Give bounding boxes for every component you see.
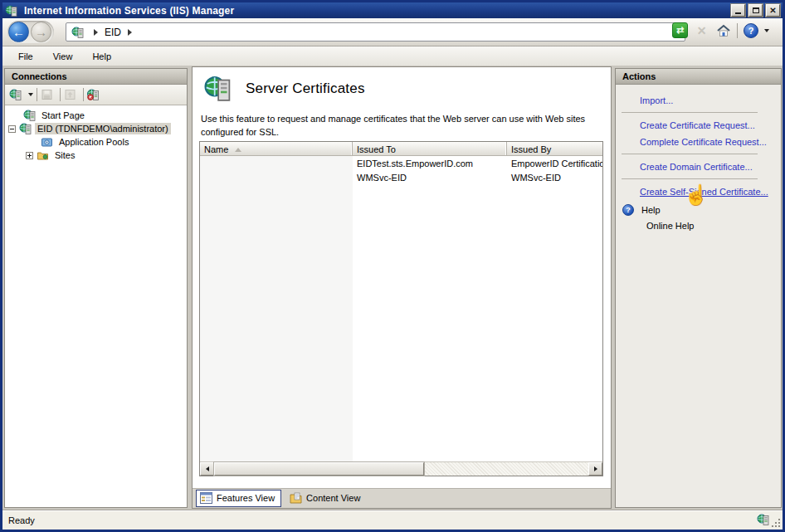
menu-file[interactable]: File [9,49,42,64]
tab-label: Features View [217,493,275,503]
home-icon[interactable] [715,22,731,38]
resize-grip[interactable] [771,518,782,529]
tree-item-label[interactable]: Application Pools [56,136,131,148]
column-header-issued-to[interactable]: Issued To [353,142,507,155]
tree-item-label[interactable]: Start Page [39,110,87,121]
actions-separator [622,178,758,179]
menu-view[interactable]: View [44,49,82,64]
nav-button-group: ← → [7,21,54,43]
minimize-button[interactable] [731,4,745,17]
scrollbar-track[interactable] [424,462,588,476]
certificates-list: Name Issued To Issued By [199,141,603,476]
iis-manager-window: Internet Information Services (IIS) Mana… [0,0,785,532]
status-text: Ready [8,515,35,525]
action-create-domain-certificate[interactable]: Create Domain Certificate... [640,162,776,172]
maximize-button[interactable] [748,4,763,17]
scroll-right-button[interactable] [588,462,602,476]
navigation-toolbar: ← → EID ⇄ ✕ ? [2,18,783,46]
tree-item-start-page[interactable]: Start Page [5,109,187,122]
body: Connections [2,66,783,510]
connect-dropdown-icon[interactable] [28,93,33,96]
list-header: Name Issued To Issued By [200,142,602,156]
column-label: Issued By [511,144,551,154]
refresh-icon[interactable]: ⇄ [672,22,688,38]
breadcrumb-chevron-icon[interactable] [94,29,98,36]
start-page-icon [23,110,36,121]
feature-header: Server Certificates [193,67,611,101]
forward-button: → [31,22,51,42]
tab-features-view[interactable]: Features View [196,490,281,507]
help-icon[interactable]: ? [744,23,758,38]
close-button[interactable]: ✕ [766,4,780,17]
back-button[interactable]: ← [8,22,29,42]
cell-issued-by: WMSvc-EID [507,173,602,183]
column-label: Issued To [357,144,396,154]
column-header-name[interactable]: Name [200,142,353,155]
tree-item-application-pools[interactable]: Application Pools [5,135,187,149]
toolbar-separator [60,88,61,101]
table-row[interactable]: WMSvc-EID WMSvc-EID [200,170,602,184]
tab-label: Content View [306,493,360,503]
connect-server-icon[interactable] [9,89,22,100]
up-icon [64,89,76,100]
table-row[interactable]: EIDTest.sts.EmpowerID.com EmpowerID Cert… [200,156,602,170]
tree-item-server[interactable]: EID (TDNFDEMO\administrator) [5,122,187,135]
collapse-icon[interactable] [8,125,16,133]
menu-help[interactable]: Help [83,49,120,64]
breadcrumb-bar[interactable]: EID [66,22,685,41]
list-rows: EIDTest.sts.EmpowerID.com EmpowerID Cert… [200,156,602,461]
actions-body: Import... Create Certificate Request... … [616,85,781,507]
tree-item-label[interactable]: Sites [52,149,77,161]
action-online-help[interactable]: Online Help [646,221,776,231]
feature-description: Use this feature to request and manage c… [193,101,607,139]
server-status-icon [757,514,769,525]
connections-header: Connections [5,69,187,85]
actions-separator [622,154,758,154]
action-import[interactable]: Import... [640,95,776,105]
connections-tree: Start Page EID (TDNFDEMO\administrator) … [5,105,187,507]
column-header-issued-by[interactable]: Issued By [507,142,602,155]
sort-ascending-icon [235,148,241,152]
help-row: ? Help [622,204,776,216]
features-view-icon [200,492,212,504]
server-icon [19,123,32,134]
cell-issued-to: EIDTest.sts.EmpowerID.com [353,159,507,168]
actions-separator [622,112,758,113]
view-tabs-bar: Features View Content View [193,488,611,508]
page-title: Server Certificates [246,81,365,97]
action-create-certificate-request[interactable]: Create Certificate Request... [640,120,776,130]
menubar: File View Help [2,46,783,66]
content-view-icon [290,492,302,504]
actions-panel: Actions Import... Create Certificate Req… [615,68,782,508]
titlebar: Internet Information Services (IIS) Mana… [2,2,783,18]
cell-issued-by: EmpowerID Certification [507,159,602,168]
window-title: Internet Information Services (IIS) Mana… [24,5,728,17]
tree-item-sites[interactable]: Sites [5,149,187,162]
tree-item-label[interactable]: EID (TDNFDEMO\administrator) [35,123,171,134]
scrollbar-thumb[interactable] [214,462,424,476]
column-label: Name [204,144,228,154]
tab-content-view[interactable]: Content View [286,491,366,506]
breadcrumb-chevron-icon[interactable] [128,29,132,36]
expand-icon[interactable] [26,152,33,159]
cell-issued-to: WMSvc-EID [353,173,507,183]
save-icon [41,89,53,100]
help-dropdown-icon[interactable] [764,29,769,32]
scroll-left-button[interactable] [200,462,214,476]
main-panel: Server Certificates Use this feature to … [192,66,612,509]
toolbar-separator [83,88,84,101]
action-create-self-signed-certificate[interactable]: Create Self-Signed Certificate... [640,187,776,197]
toolbar-separator [37,88,37,101]
stop-icon: ✕ [694,22,709,38]
connections-toolbar [5,85,187,105]
action-help[interactable]: Help [641,205,661,215]
help-icon: ? [622,204,634,216]
action-complete-certificate-request[interactable]: Complete Certificate Request... [640,137,776,147]
server-icon [71,27,84,38]
iis-app-icon [5,5,17,17]
disconnect-icon[interactable] [87,89,100,100]
actions-header: Actions [616,69,781,85]
horizontal-scrollbar[interactable] [200,461,602,476]
breadcrumb-node[interactable]: EID [105,27,121,38]
toolbar-separator [737,23,738,38]
